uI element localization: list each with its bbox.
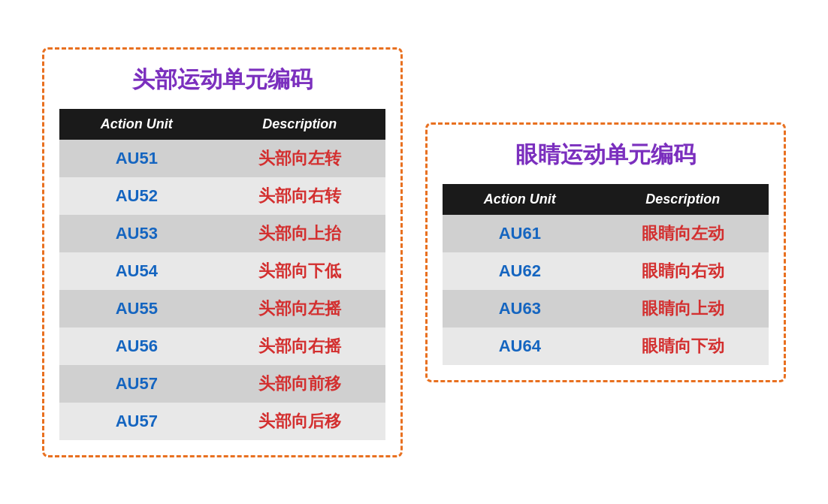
right-table-header-row: Action Unit Description bbox=[443, 184, 769, 215]
au-code: AU51 bbox=[59, 140, 214, 177]
au-desc: 头部向后移 bbox=[214, 403, 385, 440]
table-row: AU64 眼睛向下动 bbox=[443, 327, 769, 365]
au-desc: 眼睛向左动 bbox=[597, 215, 769, 252]
au-desc: 头部向上抬 bbox=[214, 215, 385, 252]
au-desc: 眼睛向右动 bbox=[597, 252, 769, 290]
right-header-desc: Description bbox=[597, 184, 769, 215]
au-desc: 头部向右摇 bbox=[214, 327, 385, 365]
table-row: AU61 眼睛向左动 bbox=[443, 215, 769, 252]
au-code: AU62 bbox=[443, 252, 597, 290]
table-row: AU57 头部向前移 bbox=[59, 365, 385, 403]
table-row: AU57 头部向后移 bbox=[59, 403, 385, 440]
au-code: AU53 bbox=[59, 215, 214, 252]
left-table-header-row: Action Unit Description bbox=[59, 109, 385, 140]
au-desc: 头部向右转 bbox=[214, 177, 385, 215]
au-code: AU52 bbox=[59, 177, 214, 215]
right-table: Action Unit Description AU61 眼睛向左动 AU62 … bbox=[443, 184, 769, 365]
au-desc: 眼睛向下动 bbox=[597, 327, 769, 365]
au-code: AU55 bbox=[59, 290, 214, 327]
table-row: AU63 眼睛向上动 bbox=[443, 290, 769, 327]
au-code: AU61 bbox=[443, 215, 597, 252]
au-desc: 头部向前移 bbox=[214, 365, 385, 403]
table-row: AU55 头部向左摇 bbox=[59, 290, 385, 327]
left-header-au: Action Unit bbox=[59, 109, 214, 140]
table-row: AU51 头部向左转 bbox=[59, 140, 385, 177]
table-row: AU54 头部向下低 bbox=[59, 252, 385, 290]
right-header-au: Action Unit bbox=[443, 184, 597, 215]
right-panel-title: 眼睛运动单元编码 bbox=[443, 140, 769, 171]
table-row: AU53 头部向上抬 bbox=[59, 215, 385, 252]
au-code: AU64 bbox=[443, 327, 597, 365]
au-code: AU54 bbox=[59, 252, 214, 290]
au-desc: 头部向左摇 bbox=[214, 290, 385, 327]
au-code: AU57 bbox=[59, 403, 214, 440]
left-panel: 头部运动单元编码 Action Unit Description AU51 头部… bbox=[42, 47, 403, 457]
au-code: AU63 bbox=[443, 290, 597, 327]
right-panel: 眼睛运动单元编码 Action Unit Description AU61 眼睛… bbox=[425, 122, 786, 382]
table-row: AU62 眼睛向右动 bbox=[443, 252, 769, 290]
au-desc: 头部向左转 bbox=[214, 140, 385, 177]
left-table: Action Unit Description AU51 头部向左转 AU52 … bbox=[59, 109, 385, 440]
au-code: AU56 bbox=[59, 327, 214, 365]
au-desc: 眼睛向上动 bbox=[597, 290, 769, 327]
left-panel-title: 头部运动单元编码 bbox=[59, 65, 385, 95]
table-row: AU56 头部向右摇 bbox=[59, 327, 385, 365]
left-header-desc: Description bbox=[214, 109, 385, 140]
au-code: AU57 bbox=[59, 365, 214, 403]
table-row: AU52 头部向右转 bbox=[59, 177, 385, 215]
au-desc: 头部向下低 bbox=[214, 252, 385, 290]
